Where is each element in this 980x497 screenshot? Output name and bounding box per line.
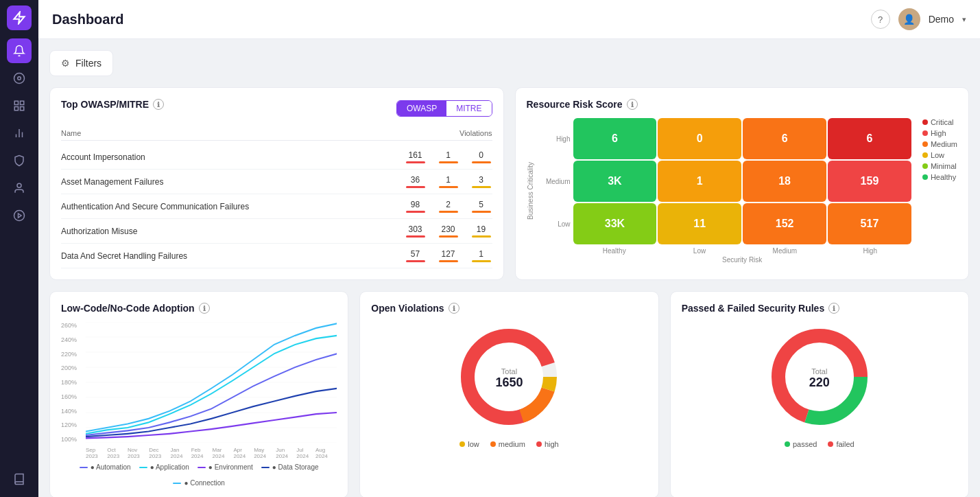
row-label-low: Low	[545, 220, 571, 228]
help-icon[interactable]: ?	[871, 10, 890, 29]
violations-legend: low medium high	[371, 440, 647, 448]
svg-point-1	[18, 77, 21, 80]
table-row: Asset Management Failures 36 1 3	[61, 170, 492, 194]
owasp-table: Account Impersonation 161 1 0 Asset Mana…	[61, 145, 492, 268]
col-violations: Violations	[459, 129, 492, 137]
sidebar-item-notifications[interactable]	[7, 38, 32, 63]
legend-application: ● Application	[139, 463, 189, 471]
violations-donut-center: Total 1650	[495, 367, 523, 390]
svg-rect-4	[21, 107, 24, 111]
lowcode-title: Low-Code/No-Code Adoption ℹ	[61, 303, 337, 314]
svg-rect-5	[14, 107, 18, 111]
x-axis-title: Security Risk	[545, 256, 911, 264]
donut-wrapper-violations: Total 1650	[454, 322, 564, 435]
content-area: ⚙ Filters Top OWASP/MITRE ℹ OWASP MITRE	[38, 39, 980, 497]
legend-healthy: Healthy	[922, 173, 957, 181]
sidebar-logo[interactable]	[7, 5, 32, 30]
resource-risk-title: Resource Risk Score ℹ	[527, 99, 958, 110]
matrix-body: High 6 0 6 6 Medium 3K	[545, 118, 911, 264]
header-right: ? 👤 Demo ▾	[871, 8, 966, 30]
security-donut: Total 220	[682, 322, 957, 435]
security-rules-card: Passed & Failed Security Rules ℹ	[670, 291, 969, 497]
page-title: Dashboard	[52, 12, 123, 27]
legend-datastorage: ● Data Storage	[261, 463, 319, 471]
chart-legend: ● Automation ● Application ● Environment…	[61, 463, 337, 487]
header: Dashboard ? 👤 Demo ▾	[38, 0, 980, 39]
cell-med-medium: 18	[743, 161, 826, 202]
user-menu-chevron[interactable]: ▾	[962, 15, 966, 24]
violations-donut: Total 1650	[371, 322, 647, 435]
x-label-low: Low	[658, 247, 741, 255]
matrix-row-high: High 6 0 6 6	[545, 118, 911, 159]
security-rules-title: Passed & Failed Security Rules ℹ	[682, 303, 957, 314]
owasp-info-icon[interactable]: ℹ	[153, 99, 164, 110]
legend-failed: failed	[828, 440, 854, 448]
cell-med-healthy: 3K	[573, 161, 657, 202]
toggle-mitre[interactable]: MITRE	[446, 101, 491, 116]
row-label-high: High	[545, 135, 571, 143]
owasp-header: Top OWASP/MITRE ℹ OWASP MITRE	[61, 99, 492, 118]
cell-high-medium: 6	[743, 118, 826, 159]
y-axis-label: Business Criticality	[527, 162, 534, 220]
resource-risk-card: Resource Risk Score ℹ Business Criticali…	[515, 87, 970, 280]
legend-critical: Critical	[922, 118, 957, 126]
cell-med-high: 159	[828, 161, 911, 202]
cell-low-medium: 152	[743, 203, 826, 244]
cell-high-healthy: 6	[573, 118, 657, 159]
x-label-high: High	[829, 247, 911, 255]
sidebar-item-overview[interactable]	[7, 66, 32, 91]
chart-x-labels: Sep 2023 Oct 2023 Nov 2023 Dec 2023 Jan …	[86, 447, 337, 459]
lowcode-info-icon[interactable]: ℹ	[199, 303, 210, 314]
legend-environment: ● Environment	[198, 463, 253, 471]
cell-med-low: 1	[658, 161, 741, 202]
legend-connection: ● Connection	[173, 479, 224, 487]
matrix-row-medium: Medium 3K 1 18 159	[545, 161, 911, 202]
sidebar-item-user[interactable]	[7, 176, 32, 200]
table-row: Authorization Misuse 303 230 19	[61, 219, 492, 244]
security-rules-legend: passed failed	[682, 440, 957, 448]
cell-high-high: 6	[828, 118, 911, 159]
svg-point-0	[14, 73, 25, 84]
legend-minimal: Minimal	[922, 162, 957, 170]
sidebar-item-chart[interactable]	[7, 121, 32, 146]
table-row: Data And Secret Handling Failures 57 127…	[61, 244, 492, 268]
security-donut-center: Total 220	[809, 367, 830, 390]
legend-passed: passed	[785, 440, 817, 448]
filters-bar[interactable]: ⚙ Filters	[49, 50, 113, 76]
main-content: Dashboard ? 👤 Demo ▾ ⚙ Filters Top OWASP…	[38, 0, 980, 497]
x-label-healthy: Healthy	[573, 247, 656, 255]
table-row: Authentication And Secure Communication …	[61, 194, 492, 219]
x-label-medium: Medium	[743, 247, 826, 255]
sidebar-item-grid[interactable]	[7, 93, 32, 118]
risk-info-icon[interactable]: ℹ	[627, 99, 638, 110]
user-name: Demo	[929, 14, 954, 25]
violations-info-icon[interactable]: ℹ	[449, 303, 459, 314]
svg-point-9	[17, 183, 21, 187]
sidebar-item-shield[interactable]	[7, 148, 32, 173]
chart-svg-area	[86, 322, 337, 443]
violations-title: Open Violations ℹ	[371, 303, 647, 314]
legend-low: Low	[922, 151, 957, 159]
sidebar-item-play[interactable]	[7, 203, 32, 228]
toggle-owasp[interactable]: OWASP	[397, 101, 446, 116]
legend-high: High	[922, 129, 957, 137]
owasp-title: Top OWASP/MITRE ℹ	[61, 99, 164, 110]
sidebar	[0, 0, 38, 497]
donut-wrapper-security: Total 220	[765, 322, 874, 435]
security-info-icon[interactable]: ℹ	[828, 303, 839, 314]
svg-point-10	[14, 211, 25, 221]
bottom-row: Low-Code/No-Code Adoption ℹ 260% 240% 22…	[49, 291, 969, 497]
cell-low-high: 517	[828, 203, 911, 244]
lowcode-card: Low-Code/No-Code Adoption ℹ 260% 240% 22…	[49, 291, 348, 497]
legend-medium: medium	[490, 440, 525, 448]
table-row: Account Impersonation 161 1 0	[61, 145, 492, 170]
sidebar-item-book[interactable]	[7, 467, 32, 492]
chart-y-labels: 260% 240% 220% 200% 180% 160% 140% 120% …	[61, 322, 80, 443]
toggle-group: OWASP MITRE	[396, 100, 492, 117]
filter-icon: ⚙	[61, 58, 70, 69]
risk-matrix-container: Business Criticality High 6 0 6 6	[527, 118, 958, 264]
legend-high: high	[536, 440, 559, 448]
open-violations-card: Open Violations ℹ	[359, 291, 658, 497]
svg-rect-2	[14, 101, 18, 104]
avatar: 👤	[898, 8, 920, 30]
